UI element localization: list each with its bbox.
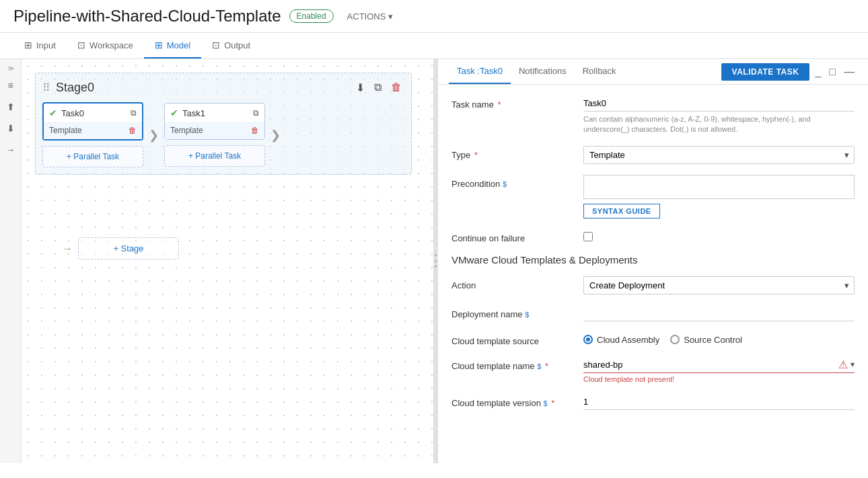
type-required: *: [474, 150, 478, 160]
add-stage-area: → + Stage: [62, 237, 179, 260]
tab-workspace[interactable]: ⊡ Workspace: [67, 33, 144, 58]
tab-output[interactable]: ⊡ Output: [201, 33, 261, 58]
cloud-template-version-wrap: [583, 394, 855, 410]
warning-icon: ⚠: [838, 358, 848, 371]
stage-download-icon[interactable]: ⬇: [353, 80, 367, 95]
deployment-name-row: Deployment name $: [451, 305, 855, 321]
action-select-wrap: Create Deployment: [583, 276, 855, 294]
sidebar: ≫ ≡ ⬆ ⬇ →: [0, 59, 22, 463]
stage0-container: ⠿ Stage0 ⬇ ⧉ 🗑 ✔ Task0 ⧉: [35, 73, 412, 175]
tab-input[interactable]: ⊞ Input: [13, 33, 67, 58]
panel-body: Task name * Can contain alphanumeric (a-…: [438, 85, 868, 463]
cloud-assembly-option[interactable]: Cloud Assembly: [583, 335, 659, 345]
cloud-template-name-row: Cloud template name $ * ⚠ ▾ Cloud templa…: [451, 357, 855, 383]
tasks-row: ✔ Task0 ⧉ Template 🗑 + Parallel Task: [42, 102, 404, 167]
deployment-name-input[interactable]: [583, 305, 855, 321]
right-panel: Task :Task0 Notifications Rollback VALID…: [437, 59, 868, 463]
task1-card[interactable]: ✔ Task1 ⧉ Template 🗑: [164, 103, 265, 140]
dollar-icon: $: [503, 180, 507, 188]
precondition-label: Precondition $: [451, 175, 573, 189]
precondition-textarea[interactable]: [583, 175, 855, 199]
cloud-assembly-radio[interactable]: [583, 335, 593, 344]
task0-card[interactable]: ✔ Task0 ⧉ Template 🗑: [42, 102, 143, 141]
task1-name: Task1: [182, 108, 249, 118]
continue-checkbox-wrap: [583, 229, 855, 243]
sidebar-up-icon[interactable]: ⬆: [3, 99, 19, 115]
cloud-template-error: Cloud template not present!: [583, 375, 855, 383]
deployment-name-label: Deployment name $: [451, 305, 573, 319]
actions-button[interactable]: ACTIONS ▾: [347, 11, 394, 22]
panel-tab-task[interactable]: Task :Task0: [449, 59, 511, 84]
continue-on-failure-label: Continue on failure: [451, 229, 573, 243]
model-icon: ⊞: [155, 40, 163, 50]
precondition-input-wrap: SYNTAX GUIDE: [583, 175, 855, 218]
task1-copy-icon[interactable]: ⧉: [253, 108, 259, 118]
cloud-template-version-row: Cloud template version $ *: [451, 394, 855, 410]
add-parallel-task1[interactable]: + Parallel Task: [164, 145, 265, 167]
cloud-template-name-wrap: ⚠ ▾ Cloud template not present!: [583, 357, 855, 383]
sidebar-list-icon[interactable]: ≡: [3, 77, 19, 93]
workspace-icon: ⊡: [77, 40, 85, 50]
action-select-wrapper: Create Deployment: [583, 276, 855, 294]
source-control-radio[interactable]: [670, 335, 680, 344]
task1-check-icon: ✔: [170, 108, 178, 118]
stage-header: ⠿ Stage0 ⬇ ⧉ 🗑: [42, 80, 404, 95]
action-field-row: Action Create Deployment: [451, 276, 855, 294]
precondition-field-row: Precondition $ SYNTAX GUIDE: [451, 175, 855, 218]
task-arrow-icon: ❯: [143, 128, 164, 143]
panel-tabs: Task :Task0 Notifications Rollback VALID…: [438, 59, 868, 85]
validate-task-button[interactable]: VALIDATE TASK: [721, 63, 810, 81]
type-select[interactable]: Template: [583, 146, 855, 164]
enabled-badge: Enabled: [289, 9, 334, 23]
stage-actions: ⬇ ⧉ 🗑: [353, 80, 404, 95]
task0-type: Template: [49, 126, 129, 135]
add-stage-button[interactable]: + Stage: [78, 237, 179, 260]
type-label: Type *: [451, 146, 573, 160]
page-title: Pipeline-with-Shared-Cloud-Template: [13, 7, 281, 26]
output-icon: ⊡: [212, 40, 220, 50]
restore-button[interactable]: □: [826, 65, 838, 79]
minimize-button[interactable]: _: [812, 65, 824, 79]
cloud-template-version-input[interactable]: [583, 394, 855, 410]
cloud-template-source-label: Cloud template source: [451, 332, 573, 346]
task-name-input[interactable]: [583, 95, 855, 112]
syntax-guide-button[interactable]: SYNTAX GUIDE: [583, 204, 660, 218]
source-control-option[interactable]: Source Control: [670, 335, 742, 345]
collapse-icon[interactable]: ≫: [7, 65, 14, 72]
task0-copy-icon[interactable]: ⧉: [131, 108, 137, 118]
sidebar-right-icon[interactable]: →: [3, 142, 19, 158]
cloud-template-source-row: Cloud template source Cloud Assembly Sou…: [451, 332, 855, 346]
panel-tab-notifications[interactable]: Notifications: [511, 59, 575, 84]
close-button[interactable]: —: [841, 65, 857, 79]
cloud-template-name-input-row: ⚠ ▾: [583, 357, 855, 373]
stage-copy-icon[interactable]: ⧉: [371, 80, 384, 95]
task-name-field-row: Task name * Can contain alphanumeric (a-…: [451, 95, 855, 135]
panel-tab-rollback[interactable]: Rollback: [575, 59, 624, 84]
task0-name: Task0: [61, 108, 126, 118]
pipeline-canvas: ⠿ Stage0 ⬇ ⧉ 🗑 ✔ Task0 ⧉: [22, 59, 433, 463]
cloud-template-name-input[interactable]: [583, 357, 838, 372]
task-name-label: Task name *: [451, 95, 573, 110]
continue-on-failure-row: Continue on failure: [451, 229, 855, 243]
task1-type: Template: [170, 126, 251, 135]
add-parallel-task0[interactable]: + Parallel Task: [42, 146, 143, 167]
main-layout: ≫ ≡ ⬆ ⬇ → ⠿ Stage0 ⬇ ⧉ 🗑: [0, 59, 868, 463]
nav-tabs: ⊞ Input ⊡ Workspace ⊞ Model ⊡ Output: [0, 33, 868, 59]
drag-handle-icon[interactable]: ⠿: [42, 81, 50, 94]
page-header: Pipeline-with-Shared-Cloud-Template Enab…: [0, 0, 868, 33]
task0-check-icon: ✔: [49, 108, 57, 118]
deployment-name-input-wrap: [583, 305, 855, 321]
continue-on-failure-checkbox[interactable]: [583, 232, 593, 241]
task1-delete-icon[interactable]: 🗑: [251, 126, 259, 135]
type-field-row: Type * Template: [451, 146, 855, 164]
sidebar-down-icon[interactable]: ⬇: [3, 120, 19, 136]
type-select-wrapper: Template: [583, 146, 855, 164]
action-label: Action: [451, 276, 573, 290]
task-name-input-wrap: Can contain alphanumeric (a-z, A-Z, 0-9)…: [583, 95, 855, 135]
stage-delete-icon[interactable]: 🗑: [388, 80, 404, 95]
action-select[interactable]: Create Deployment: [583, 276, 855, 294]
task0-delete-icon[interactable]: 🗑: [129, 126, 137, 135]
tab-model[interactable]: ⊞ Model: [144, 33, 201, 58]
cloud-template-source-options: Cloud Assembly Source Control: [583, 332, 855, 345]
dropdown-chevron-icon[interactable]: ▾: [851, 360, 855, 369]
